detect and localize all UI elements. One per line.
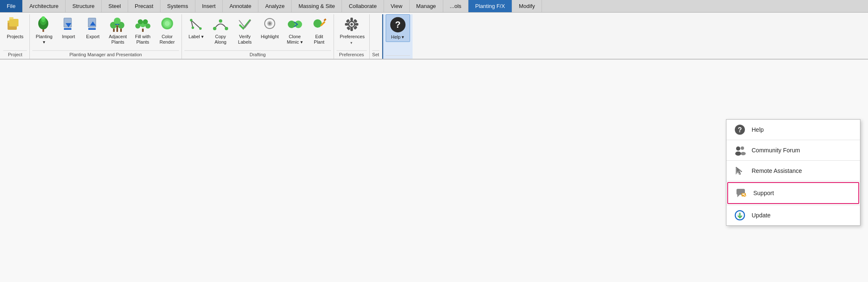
community-icon — [734, 144, 746, 156]
tab-structure[interactable]: Structure — [66, 0, 102, 12]
svg-point-17 — [114, 18, 121, 24]
tab-architecture[interactable]: Architecture — [23, 0, 66, 12]
svg-point-60 — [736, 146, 740, 151]
ribbon-group-help: ? Help ▾ — [382, 14, 413, 59]
question-icon: ? — [734, 124, 746, 136]
tab-insert[interactable]: Insert — [195, 0, 223, 12]
update-icon — [734, 209, 746, 221]
tab-modify[interactable]: Modify — [512, 0, 542, 12]
ribbon-group-project: Projects Project — [1, 14, 30, 59]
svg-text:?: ? — [395, 19, 400, 30]
svg-point-24 — [138, 19, 143, 24]
svg-point-40 — [268, 22, 271, 25]
export-button[interactable]: Export — [81, 14, 105, 41]
adjacent-plants-button[interactable]: AdjacentPlants — [105, 14, 130, 47]
svg-rect-50 — [345, 23, 348, 26]
help-dropdown-menu: ? Help — [726, 119, 860, 226]
copy-along-button[interactable]: CopyAlong — [209, 14, 232, 47]
tab-massing[interactable]: Massing & Site — [292, 0, 342, 12]
svg-point-42 — [295, 21, 302, 28]
tab-manage[interactable]: Manage — [410, 0, 443, 12]
svg-point-33 — [199, 27, 202, 30]
dropdown-item-help[interactable]: ? Help — [726, 120, 860, 140]
tab-bar: File Architecture Structure Steel Precas… — [0, 0, 868, 13]
ribbon-content: Projects Project — [0, 13, 868, 59]
svg-rect-3 — [9, 17, 13, 19]
highlight-button[interactable]: Highlight — [258, 14, 282, 41]
ribbon-group-planting: Planting▾ Import — [30, 14, 182, 59]
svg-point-21 — [135, 24, 140, 29]
svg-point-47 — [350, 23, 353, 26]
dropdown-item-support[interactable]: Support — [727, 182, 859, 204]
svg-point-43 — [313, 19, 322, 28]
projects-button[interactable]: Projects — [3, 14, 27, 41]
svg-rect-20 — [116, 25, 118, 32]
svg-point-63 — [741, 152, 746, 155]
svg-point-61 — [735, 151, 741, 156]
svg-rect-19 — [120, 29, 122, 32]
tab-systems[interactable]: Systems — [160, 0, 195, 12]
svg-rect-48 — [350, 18, 353, 21]
tab-steel[interactable]: Steel — [102, 0, 128, 12]
svg-point-32 — [190, 19, 192, 21]
divider-3 — [726, 181, 860, 181]
svg-rect-14 — [88, 28, 96, 30]
svg-rect-51 — [355, 23, 358, 26]
tab-analyze[interactable]: Analyze — [258, 0, 292, 12]
color-render-button[interactable]: ColorRender — [155, 14, 179, 47]
svg-rect-26 — [142, 29, 144, 32]
preferences-button[interactable]: Preferences ▾ — [337, 14, 367, 47]
clone-mimic-button[interactable]: CloneMimic ▾ — [283, 14, 307, 47]
svg-point-29 — [165, 21, 170, 26]
dropdown-overlay: ? Help — [0, 60, 868, 282]
ribbon-group-settings: Set — [370, 14, 382, 59]
svg-point-23 — [145, 24, 150, 29]
remote-icon — [734, 165, 746, 177]
edit-plant-button[interactable]: EditPlant — [308, 14, 331, 47]
svg-text:?: ? — [738, 126, 742, 133]
svg-rect-11 — [64, 28, 71, 30]
tab-view[interactable]: View — [384, 0, 410, 12]
svg-point-62 — [741, 146, 744, 150]
dropdown-item-remote-assistance[interactable]: Remote Assistance — [726, 161, 860, 181]
tab-precast[interactable]: Precast — [128, 0, 160, 12]
tab-file[interactable]: File — [0, 0, 23, 12]
svg-rect-2 — [9, 19, 18, 26]
svg-rect-49 — [350, 28, 353, 31]
dropdown-item-update[interactable]: Update — [726, 205, 860, 225]
ribbon-group-preferences: Preferences ▾ Preferences — [334, 14, 370, 59]
label-button[interactable]: Label ▾ — [184, 14, 208, 41]
import-button[interactable]: Import — [57, 14, 80, 41]
dropdown-item-community-forum[interactable]: Community Forum — [726, 140, 860, 160]
tab-collaborate[interactable]: Collaborate — [342, 0, 384, 12]
tab-plantingfx[interactable]: Planting F/X — [468, 0, 512, 12]
svg-point-35 — [213, 27, 216, 30]
planting-button[interactable]: Planting▾ — [32, 14, 56, 47]
support-icon — [736, 187, 747, 199]
svg-point-8 — [42, 16, 45, 20]
svg-rect-45 — [324, 18, 326, 21]
tab-annotate[interactable]: Annotate — [223, 0, 258, 12]
svg-point-36 — [219, 19, 222, 23]
svg-rect-18 — [113, 29, 115, 32]
verify-labels-button[interactable]: VerifyLabels — [233, 14, 257, 47]
svg-point-25 — [143, 19, 148, 24]
svg-point-34 — [192, 26, 194, 29]
main-area: ? Help — [0, 60, 868, 282]
svg-marker-65 — [737, 195, 740, 197]
ribbon-group-drafting: Label ▾ CopyAlong — [182, 14, 334, 59]
tab-tools[interactable]: ...ols — [443, 0, 468, 12]
fill-with-plants-button[interactable]: Fill withPlants — [131, 14, 155, 47]
ribbon: Projects Project — [0, 13, 868, 60]
help-button[interactable]: ? Help ▾ — [386, 14, 410, 42]
svg-point-37 — [225, 27, 228, 30]
